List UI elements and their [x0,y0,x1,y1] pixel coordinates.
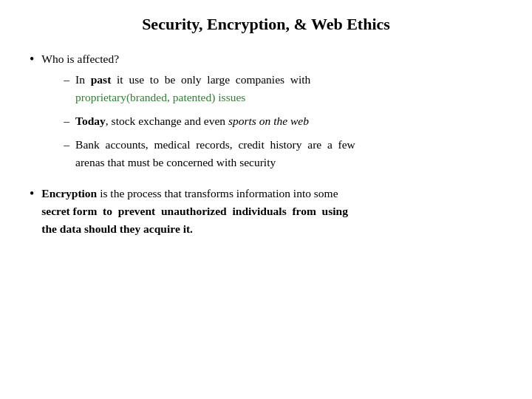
bullet-item-2: • Encryption is the process that transfo… [30,185,502,238]
bullet-dot-2: • [30,185,34,203]
bullet-text-1: Who is affected? – In past it use to be … [41,50,502,177]
bullet-label-1: Who is affected? [41,52,119,65]
dash-2: – [64,112,69,130]
sub-item-1-1: – In past it use to be only large compan… [64,71,502,106]
sub-items-1: – In past it use to be only large compan… [64,71,502,171]
sub-item-1-2: – Today, stock exchange and even sports … [64,112,502,130]
proprietary-text: proprietary(branded, patented) issues [75,91,245,103]
encryption-line3: the data should they acquire it. [41,222,193,235]
dash-3: – [64,136,69,154]
past-label: past [91,73,112,86]
encryption-line2: secret form to prevent unauthorized indi… [41,205,348,217]
bullet-item-1: • Who is affected? – In past it use to b… [30,50,502,177]
dash-1: – [64,71,69,89]
arenas-text: arenas that must be concerned with secur… [75,156,276,168]
encryption-rest: is the process that transforms informati… [97,187,338,200]
bank-text: Bank accounts, medical records, credit h… [75,138,355,151]
sub-text-1-3: Bank accounts, medical records, credit h… [75,136,502,171]
today-label: Today [75,115,106,127]
bullet-text-2: Encryption is the process that transform… [41,185,502,238]
bullet-dot-1: • [30,50,34,69]
today-rest: , stock exchange and even [106,115,228,127]
in-label: In [75,73,91,86]
sub-text-1-1: In past it use to be only large companie… [75,71,502,106]
sub-item-1-3: – Bank accounts, medical records, credit… [64,136,502,171]
sports-italic: sports on the web [228,115,309,127]
sub-text-1-2: Today, stock exchange and even sports on… [75,112,502,130]
line1-rest: it use to be only large companies with [111,73,310,86]
page-title: Security, Encryption, & Web Ethics [30,15,502,34]
encryption-label: Encryption [41,187,97,200]
